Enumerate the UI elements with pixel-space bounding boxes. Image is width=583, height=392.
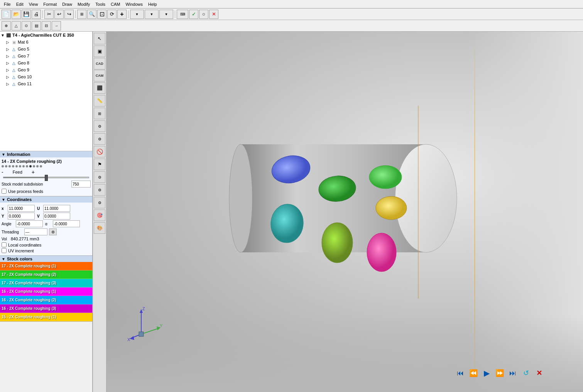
menu-help[interactable]: Help xyxy=(146,1,159,7)
side-btn-4[interactable]: ⚙ xyxy=(94,120,105,132)
t2-btn5[interactable]: ⊟ xyxy=(42,21,51,30)
snap-button[interactable]: ⊞ xyxy=(77,10,86,19)
v-input[interactable] xyxy=(43,213,70,220)
kbd-button[interactable]: ⌨ xyxy=(177,10,188,19)
menu-format[interactable]: Format xyxy=(41,1,59,7)
color-item-0[interactable]: 17 - 2X Complete roughing (1) xyxy=(0,262,92,270)
t2-btn1[interactable]: ⊕ xyxy=(2,21,11,30)
color-item-1[interactable]: 17 - 2X Complete roughing (2) xyxy=(0,270,92,279)
t2-btn2[interactable]: △ xyxy=(12,21,21,30)
side-btn-9[interactable]: ⚙ xyxy=(94,184,105,196)
menu-edit[interactable]: Edit xyxy=(14,1,26,7)
uv-increment-checkbox[interactable] xyxy=(2,248,7,253)
color-item-3[interactable]: 16 - 2X Complete roughing (1) xyxy=(0,287,92,296)
tree-geo10[interactable]: ▷ △ Geo 10 xyxy=(0,73,92,80)
tree-mat6-expand[interactable]: ▷ xyxy=(6,40,11,44)
threading-input[interactable] xyxy=(24,228,47,235)
tree-geo9-expand[interactable]: ▷ xyxy=(6,68,11,72)
t2-btn3[interactable]: ⊙ xyxy=(22,21,31,30)
save-button[interactable]: 💾 xyxy=(22,10,31,19)
view-dropdown[interactable]: ▼ xyxy=(130,10,144,19)
skip-to-end-button[interactable]: ⏭ xyxy=(507,368,518,378)
stop-button[interactable]: ✕ xyxy=(534,368,544,378)
side-select-btn[interactable]: ↖ xyxy=(94,33,105,44)
u-input[interactable] xyxy=(43,205,70,212)
open-button[interactable]: 📂 xyxy=(12,10,21,19)
menu-cam[interactable]: CAM xyxy=(108,1,122,7)
side-btn-2[interactable]: 📏 xyxy=(94,95,105,106)
x-button[interactable]: ✕ xyxy=(209,10,218,19)
color-item-4[interactable]: 16 - 2X Complete roughing (2) xyxy=(0,296,92,304)
angle-input[interactable] xyxy=(16,220,43,227)
tree-geo10-expand[interactable]: ▷ xyxy=(6,75,11,79)
stock-colors-header[interactable]: ▼ Stock colors xyxy=(0,256,92,262)
tree-geo9[interactable]: ▷ △ Geo 9 xyxy=(0,66,92,73)
side-btn-3[interactable]: ⊞ xyxy=(94,108,105,119)
tree-geo11[interactable]: ▷ △ Geo 11 xyxy=(0,80,92,87)
tree-geo7[interactable]: ▷ △ Geo 7 xyxy=(0,52,92,59)
side-btn-8[interactable]: ⚙ xyxy=(94,171,105,183)
render-dropdown[interactable]: ▼ xyxy=(145,10,159,19)
side-btn-10[interactable]: ⚙ xyxy=(94,197,105,208)
side-view3d-btn[interactable]: ▣ xyxy=(94,46,105,57)
color-item-6[interactable]: 15 - 2X Complete roughing (1) xyxy=(0,313,92,321)
menu-draw[interactable]: Draw xyxy=(60,1,74,7)
display-dropdown[interactable]: ▼ xyxy=(159,10,173,19)
circle-button[interactable]: ○ xyxy=(199,10,208,19)
tree-geo11-expand[interactable]: ▷ xyxy=(6,82,11,86)
tree-geo8[interactable]: ▷ △ Geo 8 xyxy=(0,59,92,66)
color-item-5[interactable]: 16 - 2X Complete roughing (3) xyxy=(0,304,92,313)
side-btn-6[interactable]: 🚫 xyxy=(94,146,105,157)
zoom-button[interactable]: 🔍 xyxy=(87,10,96,19)
cad-label[interactable]: CAD xyxy=(94,58,105,69)
menu-tools[interactable]: Tools xyxy=(93,1,108,7)
tree-geo8-expand[interactable]: ▷ xyxy=(6,61,11,65)
use-process-feeds-checkbox[interactable] xyxy=(2,189,7,194)
tree-root[interactable]: ▼ ⬛ T4 - AgieCharmilles CUT E 350 xyxy=(0,32,92,39)
threading-button[interactable]: ⚙ xyxy=(49,228,57,235)
tree-root-expand[interactable]: ▼ xyxy=(1,33,5,37)
side-btn-1[interactable]: ⬛ xyxy=(94,82,105,94)
cut-button[interactable]: ✂ xyxy=(44,10,54,19)
x-input[interactable] xyxy=(8,205,35,212)
plus-button[interactable]: + xyxy=(117,10,127,19)
menu-modify[interactable]: Modify xyxy=(75,1,92,7)
tree-geo5[interactable]: ▷ △ Geo 5 xyxy=(0,46,92,52)
tree-geo5-expand[interactable]: ▷ xyxy=(6,47,11,51)
t2-btn6[interactable]: → xyxy=(52,21,61,30)
menu-file[interactable]: File xyxy=(2,1,13,7)
redo-button[interactable]: ↪ xyxy=(64,10,74,19)
viewport[interactable]: Z Y X ⏮ ⏪ ▶ ⏩ ⏭ ↺ ✕ xyxy=(106,32,583,392)
play-button[interactable]: ▶ xyxy=(481,368,492,378)
alpha-input[interactable] xyxy=(53,220,80,227)
information-header[interactable]: ▼ Information xyxy=(0,151,92,157)
side-btn-5[interactable]: ⚙ xyxy=(94,133,105,145)
skip-to-start-button[interactable]: ⏮ xyxy=(455,368,466,378)
color-item-2[interactable]: 17 - 2X Complete roughing (3) xyxy=(0,279,92,287)
subdiv-input[interactable] xyxy=(71,181,91,188)
menu-windows[interactable]: Windows xyxy=(123,1,145,7)
side-btn-7[interactable]: ⚑ xyxy=(94,159,105,170)
coordinates-header[interactable]: ▼ Coordinates xyxy=(0,196,92,203)
frame-button[interactable]: ⊡ xyxy=(97,10,106,19)
feed-slider-thumb[interactable] xyxy=(45,175,48,181)
feed-plus[interactable]: + xyxy=(32,169,35,175)
tree-geo7-expand[interactable]: ▷ xyxy=(6,54,11,58)
rotate-button[interactable]: ⟳ xyxy=(107,10,117,19)
prev-button[interactable]: ⏪ xyxy=(468,368,479,378)
check-button[interactable]: ✓ xyxy=(189,10,198,19)
cam-label[interactable]: CAM xyxy=(94,70,105,81)
new-button[interactable]: 📄 xyxy=(2,10,11,19)
side-btn-12[interactable]: 🎨 xyxy=(94,222,105,234)
next-button[interactable]: ⏩ xyxy=(494,368,505,378)
local-coords-checkbox[interactable] xyxy=(2,242,7,247)
menu-view[interactable]: View xyxy=(27,1,41,7)
feed-minus[interactable]: - xyxy=(2,169,3,175)
undo-button[interactable]: ↩ xyxy=(54,10,64,19)
y-input[interactable] xyxy=(8,213,35,220)
reload-button[interactable]: ↺ xyxy=(520,368,531,378)
side-btn-11[interactable]: 🎯 xyxy=(94,210,105,221)
feed-slider-track[interactable] xyxy=(3,177,89,178)
print-button[interactable]: 🖨 xyxy=(32,10,41,19)
t2-btn4[interactable]: ▤ xyxy=(32,21,41,30)
